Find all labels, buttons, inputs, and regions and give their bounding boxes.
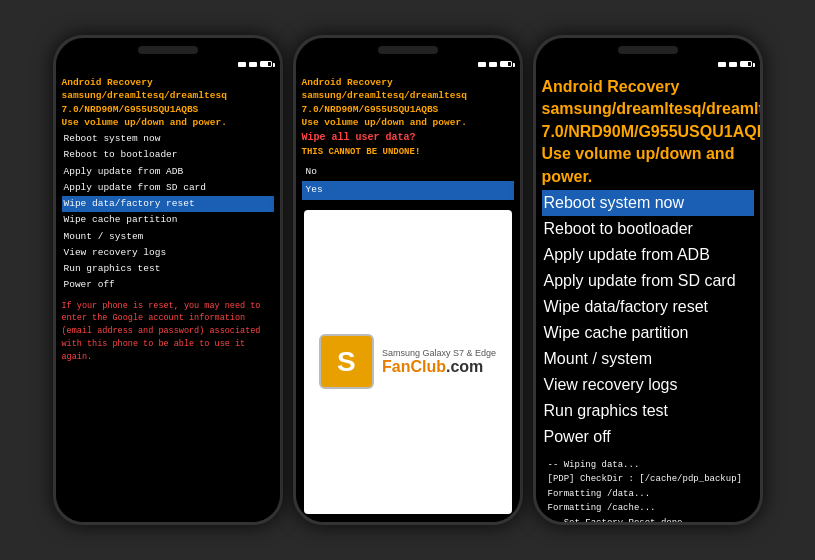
fanclub-brand: Samsung Galaxy S7 & Edge: [382, 348, 496, 358]
wifi-icon-2: [489, 62, 497, 67]
menu-mount[interactable]: Mount / system: [62, 229, 274, 245]
phone1-warning: If your phone is reset, you may need to …: [62, 300, 274, 364]
confirm-section: Android Recovery samsung/dreamltesq/drea…: [296, 72, 520, 204]
phone1-recovery: Android Recovery samsung/dreamltesq/drea…: [56, 72, 280, 522]
status-bar-3: [536, 56, 760, 72]
phone3: Android Recovery samsung/dreamltesq/drea…: [533, 35, 763, 525]
phone3-menu: Android Recovery samsung/dreamltesq/drea…: [542, 76, 754, 450]
wipe-cannot-undo: THIS CANNOT BE UNDONE!: [302, 147, 514, 157]
log-line-1: [PDP] CheckDir : [/cache/pdp_backup]: [548, 472, 748, 486]
status-icons-3: [718, 61, 752, 67]
menu-wipe[interactable]: Wipe data/factory reset: [62, 196, 274, 212]
signal-icon: [238, 62, 246, 67]
confirm-yes[interactable]: Yes: [302, 181, 514, 199]
menu-graphics[interactable]: Run graphics test: [62, 261, 274, 277]
menu-logs-3[interactable]: View recovery logs: [542, 372, 754, 398]
phone2-screen: Android Recovery samsung/dreamltesq/drea…: [296, 38, 520, 522]
battery-icon-3: [740, 61, 752, 67]
phone3-header: Android Recovery samsung/dreamltesq/drea…: [542, 76, 754, 188]
signal-icon-2: [478, 62, 486, 67]
phone3-screen: Android Recovery samsung/dreamltesq/drea…: [536, 38, 760, 522]
status-icons-1: [238, 61, 272, 67]
fanclub-text: Samsung Galaxy S7 & Edge FanClub.com: [382, 348, 496, 376]
menu-sdcard-3[interactable]: Apply update from SD card: [542, 268, 754, 294]
wipe-log: -- Wiping data... [PDP] CheckDir : [/cac…: [542, 450, 754, 522]
menu-adb-3[interactable]: Apply update from ADB: [542, 242, 754, 268]
status-bar-1: [56, 56, 280, 72]
log-line-3: Formatting /cache...: [548, 501, 748, 515]
fanclub-logo-box: S: [319, 334, 374, 389]
menu-logs[interactable]: View recovery logs: [62, 245, 274, 261]
phone2-content: Android Recovery samsung/dreamltesq/drea…: [296, 72, 520, 522]
menu-cache-3[interactable]: Wipe cache partition: [542, 320, 754, 346]
menu-adb[interactable]: Apply update from ADB: [62, 164, 274, 180]
phone2: Android Recovery samsung/dreamltesq/drea…: [293, 35, 523, 525]
signal-icon-3: [718, 62, 726, 67]
main-container: Android Recovery samsung/dreamltesq/drea…: [0, 0, 815, 560]
phone1-screen: Android Recovery samsung/dreamltesq/drea…: [56, 38, 280, 522]
log-line-2: Formatting /data...: [548, 487, 748, 501]
fanclub-logo-row: S Samsung Galaxy S7 & Edge FanClub.com: [319, 334, 496, 389]
phone2-header: Android Recovery samsung/dreamltesq/drea…: [302, 76, 514, 129]
wifi-icon: [249, 62, 257, 67]
battery-icon-2: [500, 61, 512, 67]
status-icons-2: [478, 61, 512, 67]
menu-power-3[interactable]: Power off: [542, 424, 754, 450]
menu-reboot-3[interactable]: Reboot system now: [542, 190, 754, 216]
phone3-wrapper: Android Recovery samsung/dreamltesq/drea…: [533, 35, 763, 525]
fanclub-area: S Samsung Galaxy S7 & Edge FanClub.com: [304, 210, 512, 514]
log-line-0: -- Wiping data...: [548, 458, 748, 472]
menu-wipe-3[interactable]: Wipe data/factory reset: [542, 294, 754, 320]
fanclub-name: FanClub.com: [382, 358, 496, 376]
menu-reboot[interactable]: Reboot system now: [62, 131, 274, 147]
phone1-wrapper: Android Recovery samsung/dreamltesq/drea…: [53, 35, 283, 525]
menu-bootloader-3[interactable]: Reboot to bootloader: [542, 216, 754, 242]
phone2-wrapper: Android Recovery samsung/dreamltesq/drea…: [293, 35, 523, 525]
battery-icon: [260, 61, 272, 67]
confirm-no[interactable]: No: [302, 163, 514, 181]
menu-sdcard[interactable]: Apply update from SD card: [62, 180, 274, 196]
wifi-icon-3: [729, 62, 737, 67]
menu-graphics-3[interactable]: Run graphics test: [542, 398, 754, 424]
phone3-wiping: Android Recovery samsung/dreamltesq/drea…: [536, 72, 760, 522]
log-lines: -- Wiping data... [PDP] CheckDir : [/cac…: [542, 454, 754, 522]
wipe-question: Wipe all user data?: [302, 131, 514, 145]
menu-cache[interactable]: Wipe cache partition: [62, 212, 274, 228]
log-line-4: -- Set Factory Reset done...: [548, 516, 748, 522]
menu-power[interactable]: Power off: [62, 277, 274, 293]
menu-mount-3[interactable]: Mount / system: [542, 346, 754, 372]
phone1: Android Recovery samsung/dreamltesq/drea…: [53, 35, 283, 525]
menu-bootloader[interactable]: Reboot to bootloader: [62, 147, 274, 163]
status-bar-2: [296, 56, 520, 72]
phone1-header: Android Recovery samsung/dreamltesq/drea…: [62, 76, 274, 129]
